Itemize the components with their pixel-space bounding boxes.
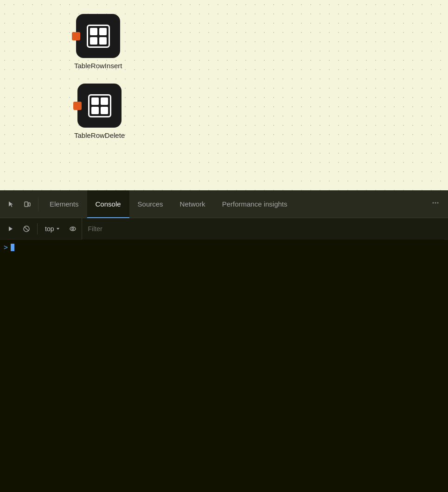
device-icon-btn[interactable] [19,196,35,212]
more-tabs-icon[interactable] [427,199,444,209]
watch-expression-button[interactable] [66,222,80,236]
console-content[interactable]: > [0,240,448,492]
tab-bar: Elements Console Sources Network Perform… [0,190,448,218]
filter-input[interactable] [82,218,444,240]
tab-console[interactable]: Console [87,190,129,218]
prompt-caret: > [4,243,8,252]
svg-point-2 [433,202,434,204]
tab-separator-1 [38,197,38,211]
context-selector[interactable]: top [41,223,64,234]
run-button[interactable] [4,222,18,236]
svg-point-10 [72,228,74,230]
svg-rect-1 [28,203,30,206]
node-label-tablerowdelete: TableRowDelete [74,131,125,139]
node-tablerowinsert[interactable]: TableRowInsert [74,14,122,70]
console-prompt-line[interactable]: > [4,243,444,252]
node-label-tablerowinsert: TableRowInsert [74,62,122,70]
svg-point-9 [70,227,76,231]
node-tablerowdelete[interactable]: TableRowDelete [74,84,125,139]
tab-sources[interactable]: Sources [129,190,172,218]
canvas-area: TableRowInsert TableRowDelete [0,0,448,190]
node-connector-1 [72,32,80,40]
svg-marker-5 [9,227,13,231]
toolbar-separator-1 [37,223,38,234]
svg-point-3 [435,202,436,204]
node-connector-2 [73,102,82,110]
node-icon-tablerowinsert [76,14,120,58]
node-icon-tablerowdelete [77,84,122,128]
devtools-panel: Elements Console Sources Network Perform… [0,190,448,492]
svg-line-7 [25,227,28,231]
svg-point-4 [437,202,439,204]
tab-network[interactable]: Network [172,190,214,218]
cursor-icon-btn[interactable] [4,196,19,212]
svg-rect-0 [25,202,28,207]
table-grid-icon-2 [88,94,111,117]
svg-marker-8 [57,228,59,230]
prompt-cursor [11,244,14,251]
table-grid-icon [87,25,110,48]
tab-performance[interactable]: Performance insights [214,190,296,218]
clear-errors-button[interactable] [19,222,33,236]
tab-elements[interactable]: Elements [41,190,87,218]
console-toolbar: top [0,218,448,240]
